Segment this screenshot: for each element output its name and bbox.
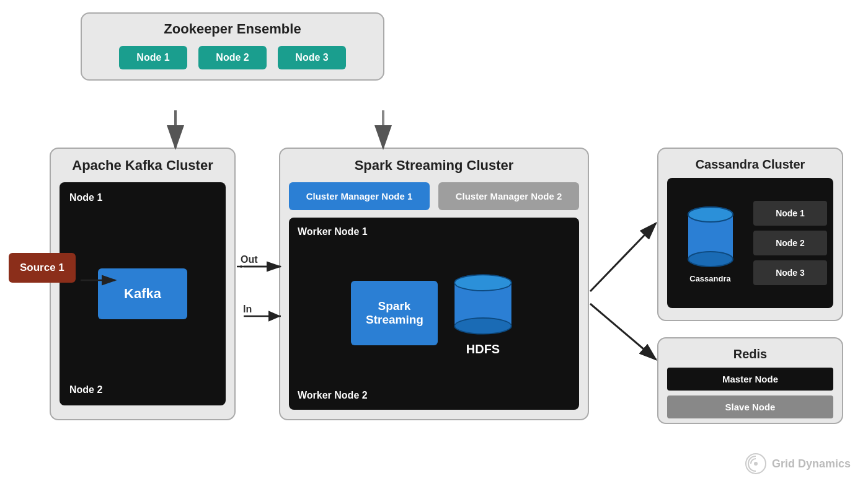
diagram-container: Zookeeper Ensemble Node 1 Node 2 Node 3 … [0, 0, 868, 486]
kafka-title: Apache Kafka Cluster [60, 157, 226, 174]
zookeeper-ensemble: Zookeeper Ensemble Node 1 Node 2 Node 3 [81, 12, 384, 81]
spark-streaming-block: Spark Streaming [351, 281, 438, 345]
redis-slave-node: Slave Node [667, 395, 833, 418]
svg-point-22 [754, 462, 758, 466]
zk-node-3: Node 3 [278, 46, 346, 69]
cass-node-2: Node 2 [753, 231, 827, 255]
cassandra-cylinder-wrap: Cassandra [673, 203, 747, 283]
hdfs-label: HDFS [466, 342, 500, 356]
svg-point-7 [688, 207, 733, 222]
kafka-node1-label: Node 1 [69, 192, 102, 203]
cassandra-nodes: Node 1 Node 2 Node 3 [753, 201, 827, 285]
kafka-inner: Node 1 Kafka Node 2 [60, 182, 226, 405]
cluster-manager-node2: Cluster Manager Node 2 [438, 182, 579, 210]
cassandra-inner: Cassandra Node 1 Node 2 Node 3 [667, 178, 833, 308]
cassandra-cluster: Cassandra Cluster Cassandra Node 1 Node … [657, 148, 843, 321]
hdfs-block: HDFS [449, 270, 517, 356]
cass-node-1: Node 1 [753, 201, 827, 226]
cassandra-label: Cassandra [689, 274, 730, 283]
kafka-block: Kafka [98, 268, 187, 319]
worker-inner: Spark Streaming HDFS [298, 242, 570, 384]
zookeeper-title: Zookeeper Ensemble [92, 21, 373, 37]
svg-point-6 [688, 252, 733, 267]
worker-outer: Worker Node 1 Spark Streaming HDFS Worke… [289, 218, 579, 410]
redis-nodes: Master Node Slave Node [667, 368, 833, 418]
zk-node-1: Node 1 [119, 46, 187, 69]
grid-dynamics-logo: Grid Dynamics [745, 453, 851, 475]
zk-node-2: Node 2 [198, 46, 267, 69]
hdfs-cylinder-svg [449, 270, 517, 338]
svg-line-15 [590, 304, 656, 360]
redis-master-node: Master Node [667, 368, 833, 391]
redis-title: Redis [667, 347, 833, 361]
source-box: Source 1 [9, 253, 76, 283]
brand-name: Grid Dynamics [772, 457, 851, 471]
cassandra-cylinder-svg [686, 203, 735, 272]
svg-line-14 [590, 223, 656, 291]
kafka-node2-label: Node 2 [69, 384, 102, 395]
spark-title: Spark Streaming Cluster [289, 157, 579, 174]
svg-point-2 [454, 318, 512, 334]
spark-cluster: Spark Streaming Cluster Cluster Manager … [279, 148, 589, 420]
cassandra-title: Cassandra Cluster [667, 157, 833, 172]
kafka-cluster: Apache Kafka Cluster Node 1 Kafka Node 2 [50, 148, 236, 420]
in-arrow [241, 310, 284, 322]
cluster-managers: Cluster Manager Node 1 Cluster Manager N… [289, 182, 579, 210]
svg-point-3 [454, 275, 512, 291]
grid-dynamics-icon [745, 453, 767, 475]
redis-cluster: Redis Master Node Slave Node [657, 337, 843, 424]
worker-node1-label: Worker Node 1 [298, 226, 570, 237]
zookeeper-nodes: Node 1 Node 2 Node 3 [92, 46, 373, 69]
cass-node-3: Node 3 [753, 260, 827, 285]
worker-node2-label: Worker Node 2 [298, 390, 570, 401]
cluster-manager-node1: Cluster Manager Node 1 [289, 182, 430, 210]
out-arrow [241, 260, 284, 273]
